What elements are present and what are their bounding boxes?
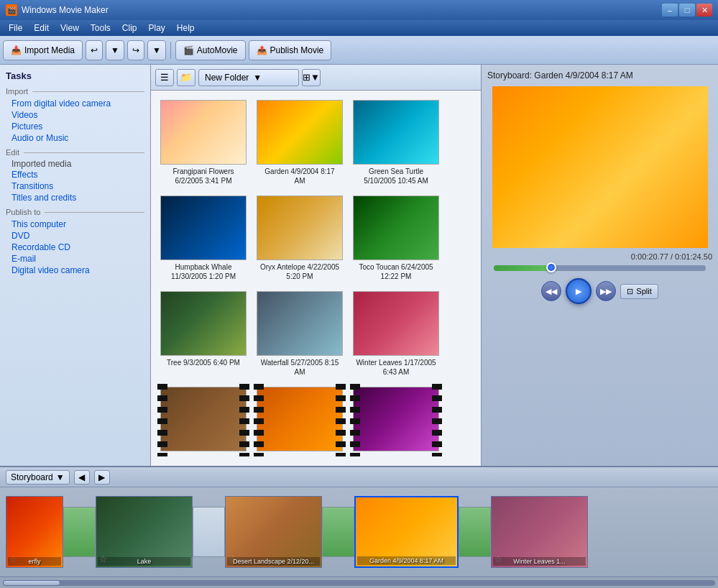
storyboard-scrollbar[interactable] (0, 576, 718, 588)
task-audio[interactable]: Audio or Music (6, 132, 144, 144)
task-email[interactable]: E-mail (6, 253, 144, 265)
publish-button[interactable]: 📤 Publish Movie (249, 40, 332, 60)
publish-label: Publish Movie (270, 45, 324, 55)
clip-label: Lake (98, 557, 190, 566)
split-button[interactable]: ⊡ Split (620, 284, 658, 299)
task-recordable-cd[interactable]: Recordable CD (6, 242, 144, 253)
minimize-button[interactable]: – (662, 4, 678, 17)
clip-label: Garden 4/9/2004 8:17 AM (357, 556, 456, 565)
list-item[interactable]: Frangipani Flowers6/2/2005 3:41 PM (157, 96, 250, 189)
storyboard-prev-button[interactable]: ◀ (74, 470, 90, 484)
menu-file[interactable]: File (3, 22, 28, 35)
list-item[interactable]: Green Sea Turtle5/10/2005 10:45 AM (349, 96, 443, 189)
import-media-button[interactable]: 📥 Import Media (3, 40, 83, 60)
fast-forward-button[interactable]: ▶▶ (596, 281, 616, 301)
storyboard-transition[interactable] (193, 507, 225, 557)
list-item[interactable]: Winter Leaves 1/17/20056:43 AM (349, 288, 443, 380)
task-this-computer[interactable]: This computer (6, 219, 144, 230)
imported-media-label: Imported media (6, 158, 71, 170)
clip-label: Desert Landscape 2/12/20... (227, 557, 320, 566)
preview-image (492, 86, 708, 248)
preview-controls: ◀◀ ▶ ▶▶ ⊡ Split (541, 278, 658, 304)
storyboard-clip-active[interactable]: ☆ Garden 4/9/2004 8:17 AM (354, 496, 459, 568)
storyboard-clip[interactable]: ☆ Lake (96, 496, 193, 568)
menu-help[interactable]: Help (171, 22, 201, 35)
scrollbar-track (3, 580, 715, 586)
storyboard-transition[interactable] (459, 507, 491, 557)
undo-dropdown[interactable]: ▼ (106, 40, 124, 60)
media-thumbnail (353, 100, 439, 165)
storyboard-clip[interactable]: ☆ Winter Leaves 1... (491, 496, 588, 568)
storyboard-clip[interactable]: ☆ erfly (6, 496, 63, 568)
import-section-label: Import (6, 87, 144, 96)
preview-panel: Storyboard: Garden 4/9/2004 8:17 AM 0:00… (481, 65, 718, 466)
grid-view-button[interactable]: ⊞▼ (302, 69, 321, 86)
undo-icon: ↩ (91, 45, 98, 55)
media-thumbnail (257, 291, 343, 356)
play-button[interactable]: ▶ (566, 278, 592, 304)
rewind-button[interactable]: ◀◀ (541, 281, 561, 301)
scrollbar-thumb[interactable] (3, 580, 60, 586)
media-grid: Frangipani Flowers6/2/2005 3:41 PM Garde… (151, 91, 481, 466)
content-area: ☰ 📁 New Folder ▼ ⊞▼ Frangipani Flowers6/… (151, 65, 481, 466)
list-item[interactable]: Humpback Whale11/30/2005 1:20 PM (157, 192, 250, 285)
tasks-title: Tasks (6, 70, 144, 81)
preview-progress-bar[interactable] (494, 265, 706, 271)
list-item[interactable] (157, 383, 250, 457)
toolbar-separator-1 (170, 42, 171, 59)
list-item[interactable]: Waterfall 5/27/2005 8:15AM (253, 288, 346, 380)
media-label: Oryx Antelope 4/22/20055:20 PM (260, 262, 339, 281)
undo-dropdown-icon: ▼ (111, 45, 119, 55)
redo-icon: ↪ (132, 45, 139, 55)
progress-handle[interactable] (546, 262, 556, 272)
storyboard-content: ☆ erfly ☆ Lake ☆ Desert Landscape 2/12/2… (0, 487, 718, 576)
storyboard-header: Storyboard ▼ ◀ ▶ (0, 467, 718, 487)
task-videos[interactable]: Videos (6, 109, 144, 121)
menu-edit[interactable]: Edit (28, 22, 55, 35)
split-label: Split (636, 287, 651, 295)
list-item[interactable]: Toco Toucan 6/24/200512:22 PM (349, 192, 443, 285)
list-item[interactable]: Garden 4/9/2004 8:17AM (253, 96, 346, 189)
titlebar: 🎬 Windows Movie Maker – □ ✕ (0, 0, 718, 20)
storyboard-dropdown[interactable]: Storyboard ▼ (6, 470, 70, 484)
folder-dropdown[interactable]: New Folder ▼ (198, 69, 299, 86)
task-pictures[interactable]: Pictures (6, 121, 144, 132)
storyboard-transition[interactable] (63, 507, 96, 557)
window-controls: – □ ✕ (662, 4, 712, 17)
undo-button[interactable]: ↩ (86, 40, 103, 60)
list-item[interactable]: Oryx Antelope 4/22/20055:20 PM (253, 192, 346, 285)
storyboard-clip[interactable]: ☆ Desert Landscape 2/12/20... (225, 496, 322, 568)
view-toggle-button[interactable]: ☰ (155, 69, 174, 86)
media-thumbnail (257, 100, 343, 165)
list-item[interactable] (349, 383, 443, 457)
maximize-button[interactable]: □ (679, 4, 695, 17)
folder-button[interactable]: 📁 (177, 69, 195, 86)
task-dv-camera[interactable]: Digital video camera (6, 265, 144, 276)
task-titles[interactable]: Titles and credits (6, 192, 144, 203)
redo-dropdown[interactable]: ▼ (147, 40, 166, 60)
storyboard-transition[interactable] (322, 507, 354, 557)
import-icon: 📥 (11, 45, 22, 55)
automovie-button[interactable]: 🎬 AutoMovie (175, 40, 246, 60)
content-toolbar: ☰ 📁 New Folder ▼ ⊞▼ (151, 65, 481, 91)
list-item[interactable]: Tree 9/3/2005 6:40 PM (157, 288, 250, 380)
menu-clip[interactable]: Clip (116, 22, 143, 35)
task-transitions[interactable]: Transitions (6, 180, 144, 192)
close-button[interactable]: ✕ (696, 4, 712, 17)
main-area: Tasks Import From digital video camera V… (0, 65, 718, 466)
menu-play[interactable]: Play (143, 22, 171, 35)
redo-button[interactable]: ↪ (127, 40, 144, 60)
menu-tools[interactable]: Tools (85, 22, 116, 35)
media-thumbnail (353, 291, 439, 356)
automovie-icon: 🎬 (183, 45, 194, 55)
task-dvd[interactable]: DVD (6, 230, 144, 242)
menu-view[interactable]: View (55, 22, 85, 35)
task-effects[interactable]: Effects (6, 169, 144, 180)
storyboard-next-button[interactable]: ▶ (94, 470, 110, 484)
app-title: Windows Movie Maker (22, 5, 662, 15)
task-from-camera[interactable]: From digital video camera (6, 98, 144, 109)
list-item[interactable] (253, 383, 346, 457)
import-label: Import Media (24, 45, 75, 55)
automovie-label: AutoMovie (197, 45, 238, 55)
media-thumbnail (160, 387, 247, 451)
